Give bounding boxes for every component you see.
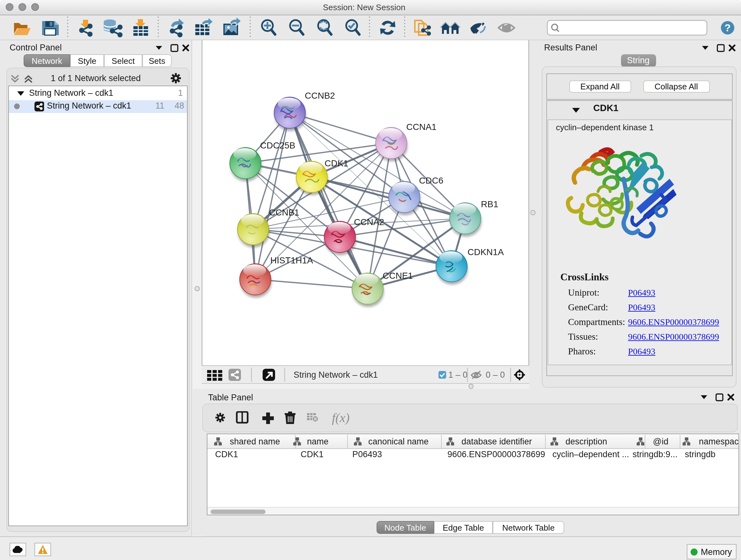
- svg-text:namespace: namespace: [699, 437, 738, 446]
- svg-text:cyclin–dependent ...: cyclin–dependent ...: [552, 449, 629, 459]
- svg-text:stringdb:9...: stringdb:9...: [632, 449, 677, 459]
- svg-text:CDKN1A: CDKN1A: [467, 247, 503, 257]
- svg-text:stringdb: stringdb: [685, 449, 716, 459]
- svg-text:CCNE1: CCNE1: [382, 270, 413, 280]
- svg-text:CCNA1: CCNA1: [406, 122, 436, 132]
- svg-text:CDK1: CDK1: [215, 449, 238, 459]
- svg-text:shared name: shared name: [230, 437, 280, 446]
- svg-text:?: ?: [724, 22, 731, 33]
- svg-text:CCNA2: CCNA2: [354, 217, 384, 227]
- svg-text:@id: @id: [653, 437, 668, 446]
- svg-text:f(x): f(x): [332, 411, 350, 425]
- svg-text:canonical name: canonical name: [368, 437, 428, 446]
- svg-text:description: description: [565, 437, 607, 446]
- svg-text:database identifier: database identifier: [461, 437, 532, 446]
- svg-text:P06493: P06493: [352, 449, 382, 459]
- svg-text:CDK1: CDK1: [324, 158, 348, 168]
- svg-text:CDC6: CDC6: [419, 175, 443, 185]
- svg-text:1 – 0: 1 – 0: [448, 370, 467, 380]
- svg-text:CCNB2: CCNB2: [305, 90, 335, 100]
- svg-text:9606.ENSP00000378699: 9606.ENSP00000378699: [448, 449, 545, 459]
- svg-text:String Network – cdk1: String Network – cdk1: [293, 370, 378, 380]
- svg-text:RB1: RB1: [481, 199, 498, 209]
- svg-text:CDC25B: CDC25B: [260, 140, 295, 150]
- svg-text:name: name: [307, 437, 329, 446]
- svg-text:CDK1: CDK1: [300, 449, 324, 459]
- svg-text:HIST1H1A: HIST1H1A: [270, 255, 313, 265]
- svg-text:CCNB1: CCNB1: [269, 207, 299, 217]
- svg-text:0 – 0: 0 – 0: [485, 370, 504, 380]
